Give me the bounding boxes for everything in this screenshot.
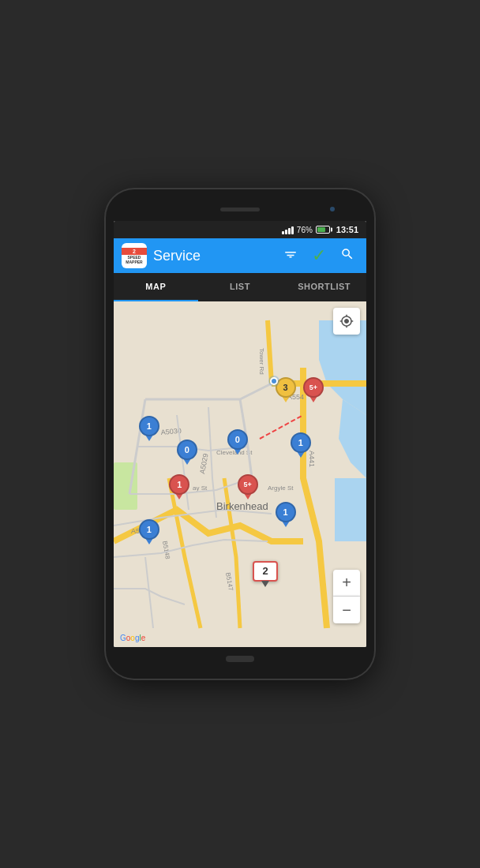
battery-percentage: 76% [297, 226, 313, 234]
phone-speaker [220, 208, 260, 211]
app-title: Service [153, 248, 273, 264]
marker-m3[interactable]: 0 [227, 429, 248, 455]
signal-indicator [282, 225, 294, 234]
card-tail [261, 581, 269, 587]
svg-text:Argyle St: Argyle St [268, 485, 294, 492]
phone-camera [330, 207, 335, 211]
marker-m1[interactable]: 1 [139, 416, 159, 441]
marker-bubble-m4: 1 [169, 474, 189, 495]
home-button[interactable] [226, 656, 254, 662]
status-bar: 76% 13:51 [114, 221, 366, 238]
signal-bar-1 [282, 231, 284, 234]
phone-frame: 76% 13:51 2 SPEEDMAPPER Service ✓ MAP L [106, 189, 374, 679]
google-logo: Google [120, 634, 145, 642]
marker-m8[interactable]: 1 [291, 432, 311, 458]
marker-bubble-m8: 1 [291, 432, 311, 453]
marker-bubble-m7: 5+ [303, 377, 324, 398]
card-bubble: 2 [253, 561, 278, 582]
phone-top [114, 200, 366, 218]
marker-bubble-m10: 1 [139, 519, 159, 540]
svg-rect-2 [335, 478, 366, 541]
marker-m2[interactable]: 0 [177, 440, 197, 465]
battery-fill [317, 227, 325, 232]
signal-bar-4 [291, 226, 294, 234]
marker-m4[interactable]: 1 [169, 474, 189, 499]
svg-text:Tower Rd: Tower Rd [258, 348, 265, 375]
marker-bubble-m9: 1 [276, 502, 296, 522]
signal-bar-3 [288, 228, 291, 234]
marker-bubble-m5: 5+ [238, 474, 258, 495]
search-icon[interactable] [336, 247, 358, 265]
app-logo-text: SPEEDMAPPER [126, 255, 142, 264]
confirm-icon[interactable]: ✓ [308, 245, 330, 266]
marker-m6[interactable]: 3 [276, 377, 296, 402]
marker-bubble-m3: 0 [227, 429, 248, 450]
marker-bubble-m6: 3 [276, 377, 296, 398]
app-header: 2 SPEEDMAPPER Service ✓ [114, 238, 366, 273]
map-area[interactable]: A5030 A5029 A554 A441 A552 B5148 B5147 T… [114, 301, 366, 647]
phone-screen: 76% 13:51 2 SPEEDMAPPER Service ✓ MAP L [114, 221, 366, 647]
battery-icon [316, 226, 330, 234]
marker-m9[interactable]: 1 [276, 502, 296, 527]
zoom-controls: + − [333, 570, 360, 623]
status-time: 13:51 [336, 225, 358, 234]
filter-icon[interactable] [279, 247, 302, 264]
tab-shortlist[interactable]: SHORTLIST [282, 273, 366, 301]
marker-m7[interactable]: 5+ [303, 377, 324, 402]
marker-m10[interactable]: 1 [139, 519, 159, 544]
signal-bar-2 [285, 230, 287, 234]
locate-button[interactable] [333, 308, 360, 335]
app-logo: 2 SPEEDMAPPER [122, 243, 147, 268]
tab-map[interactable]: MAP [114, 273, 198, 301]
app-logo-number: 2 [122, 248, 147, 255]
zoom-out-button[interactable]: − [333, 597, 360, 623]
svg-text:Birkenhead: Birkenhead [216, 500, 268, 512]
phone-bottom [114, 650, 366, 668]
marker-m5[interactable]: 5+ [238, 474, 258, 499]
marker-bubble-m1: 1 [139, 416, 159, 436]
zoom-in-button[interactable]: + [333, 570, 360, 597]
marker-bubble-m2: 0 [177, 440, 197, 460]
tabs-bar: MAP LIST SHORTLIST [114, 273, 366, 301]
tab-list[interactable]: LIST [198, 273, 283, 301]
card-marker[interactable]: 2 [253, 561, 278, 587]
